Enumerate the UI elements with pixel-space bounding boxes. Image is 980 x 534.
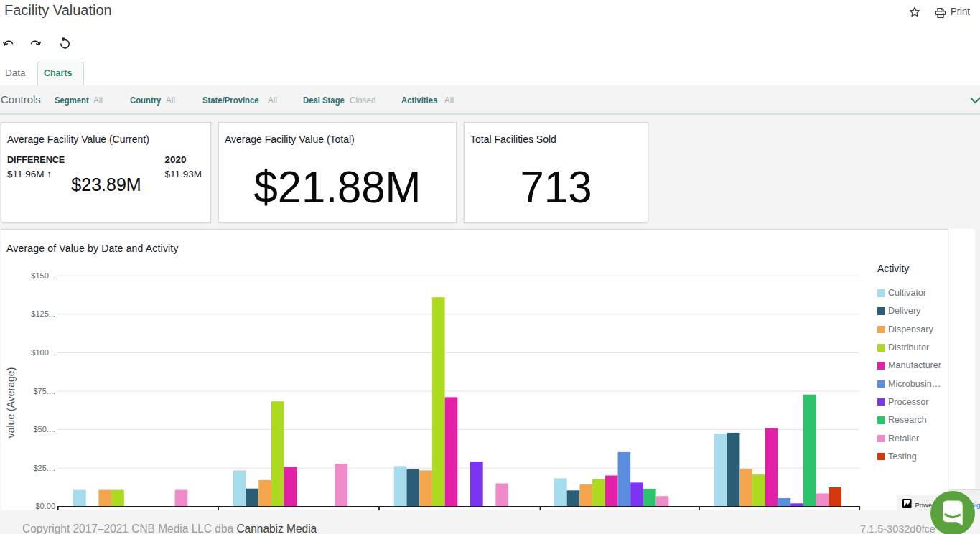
svg-text:$25....: $25.... xyxy=(33,464,55,472)
svg-text:$150...: $150... xyxy=(31,271,55,280)
svg-text:value (Average): value (Average) xyxy=(5,367,17,439)
svg-text:$100...: $100... xyxy=(31,348,55,357)
svg-text:$0.00: $0.00 xyxy=(35,502,55,510)
svg-text:$50....: $50.... xyxy=(33,425,55,434)
svg-text:$75....: $75.... xyxy=(33,387,55,395)
svg-text:$125...: $125... xyxy=(31,309,55,318)
